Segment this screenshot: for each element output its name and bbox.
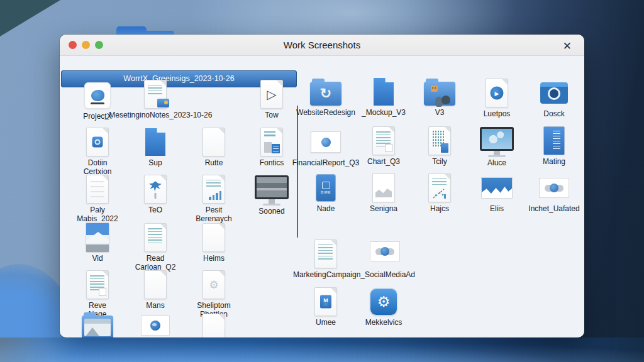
folder-sync-icon: ↻ [310, 75, 341, 108]
file-label: Sooned [258, 207, 284, 216]
file-label: Rutte [205, 158, 223, 167]
file-item[interactable] [186, 312, 242, 337]
img-mountains-icon [481, 172, 513, 204]
doc-badge-icon [86, 126, 109, 158]
doc-blue-icon [374, 75, 394, 108]
img-vid-icon [86, 221, 109, 254]
file-item[interactable]: BIRENade [298, 172, 353, 213]
window-title: Work Screenshots [60, 35, 584, 55]
file-item[interactable]: Read Carloan_Q2 [128, 221, 183, 272]
file-label: _MesetinginoNotes_2023-10-26 [105, 111, 213, 119]
file-label: Inchet_Uafated [528, 204, 579, 213]
file-item[interactable]: Mans [128, 268, 183, 310]
file-label: Hajcs [430, 204, 449, 213]
file-label: Aluce [487, 158, 506, 167]
doc-lines-page-icon [372, 124, 395, 157]
file-label: Dosck [543, 109, 564, 118]
file-item[interactable]: Inchet_Uafated [524, 172, 584, 213]
file-label: Luetpos [484, 109, 511, 118]
img-area-icon [372, 172, 395, 204]
doc-plain-icon [203, 126, 225, 158]
file-item[interactable]: TeO [128, 173, 183, 214]
file-item[interactable]: Aluce [469, 126, 525, 167]
file-item[interactable]: Sup [128, 126, 183, 167]
file-label: Tow [265, 111, 278, 119]
file-label: Mekkelvics [365, 318, 402, 327]
app-gear-icon: ⚙ [370, 285, 397, 318]
doc-play-circle-icon: ▶ [486, 77, 508, 109]
finder-window: Work Screenshots ✕ WorrtX_Greeinsigs_202… [60, 35, 584, 337]
file-label: Nade [317, 204, 335, 213]
file-item[interactable]: FinancialReport_Q3 [291, 126, 361, 167]
file-item[interactable]: Pesit Berenaych [186, 173, 242, 224]
file-item[interactable]: ⚙Mekkelvics [356, 285, 411, 327]
file-item[interactable]: V3 [412, 75, 467, 117]
doc-lines-page-icon [86, 268, 109, 301]
file-item[interactable]: M□□□Umee [298, 285, 353, 327]
folder-people-icon [424, 75, 455, 108]
doc-lines-icon [144, 221, 167, 254]
doc-lines-icon [314, 238, 337, 270]
file-item[interactable]: Sooned [244, 174, 299, 216]
card-globe-icon [141, 309, 170, 337]
doc-table-icon [260, 126, 283, 158]
file-item[interactable]: Heims [186, 221, 242, 263]
file-item[interactable] [357, 235, 413, 268]
doc-notes-folder-icon [144, 78, 167, 111]
file-label: TeO [148, 206, 162, 214]
wallpaper-bloom-strip [0, 337, 644, 362]
file-label: Chart_Q3 [367, 157, 400, 166]
file-label: Mating [543, 157, 565, 166]
doc-gear-icon: ⚙ [203, 268, 225, 301]
file-label: WebsiteRedesign [296, 108, 355, 117]
file-label: V3 [435, 108, 445, 117]
monitor-sky-icon [480, 126, 514, 158]
file-item[interactable]: Eliis [469, 172, 525, 213]
file-label: Senigna [370, 204, 397, 213]
file-item[interactable]: _MesetinginoNotes_2023-10-26 [96, 78, 221, 119]
doc-plain-icon [144, 268, 167, 301]
img-cloud-icon [370, 235, 400, 268]
file-item[interactable]: Chart_Q3 [356, 124, 411, 166]
file-item[interactable]: ▶Luetpos [469, 77, 525, 118]
doc-play-outline-icon: ▷ [260, 78, 283, 111]
doc-plain-icon [203, 221, 225, 254]
file-label: Eliis [490, 204, 504, 213]
file-item[interactable]: Dosck [526, 77, 582, 118]
doc-m-icon: M□□□ [314, 285, 337, 318]
file-label: Sup [148, 158, 162, 167]
file-item[interactable]: Senigna [356, 172, 411, 213]
file-label: FinancialReport_Q3 [292, 158, 360, 167]
doc-faint-icon [86, 173, 109, 206]
img-sphere-icon [311, 126, 341, 158]
file-item[interactable]: Vid [70, 221, 125, 263]
file-item[interactable]: Hajcs [412, 172, 467, 213]
file-item[interactable]: ▷Tow [244, 78, 299, 119]
desktop: Work Screenshots ✕ WorrtX_Greeinsigs_202… [0, 0, 644, 362]
file-item[interactable]: ↻WebsiteRedesign [293, 75, 358, 117]
file-item[interactable]: Tcily [412, 124, 467, 166]
file-label: Vid [92, 254, 103, 263]
folder-record-icon [540, 77, 568, 109]
file-item[interactable]: _Mockup_V3 [356, 75, 411, 117]
close-x-button[interactable]: ✕ [560, 38, 574, 54]
doc-plain-icon [203, 312, 225, 337]
file-label: MarketingCampaign_SocialMediaAd [293, 270, 415, 279]
file-label: _Mockup_V3 [362, 108, 406, 117]
tile-list-icon [543, 124, 565, 157]
file-item[interactable] [128, 309, 183, 337]
file-label: Fontics [260, 158, 284, 167]
file-item[interactable]: Paly Mabis_2022 [70, 173, 125, 224]
folder-photo-icon [82, 309, 113, 337]
doc-grid-block-icon [428, 124, 451, 157]
titlebar: Work Screenshots ✕ [60, 35, 584, 56]
doc-scatter-icon [428, 172, 451, 204]
file-item[interactable]: Mating [526, 124, 582, 166]
doc-blue-icon [145, 126, 165, 158]
file-item[interactable]: Rutte [186, 126, 242, 167]
doc-tree-icon [144, 173, 167, 206]
tile-badge-icon: BIRE [316, 172, 335, 204]
file-item[interactable]: Dotiin Certxion [70, 126, 125, 177]
monitor-photo-icon [255, 174, 289, 207]
file-item[interactable] [70, 309, 125, 337]
